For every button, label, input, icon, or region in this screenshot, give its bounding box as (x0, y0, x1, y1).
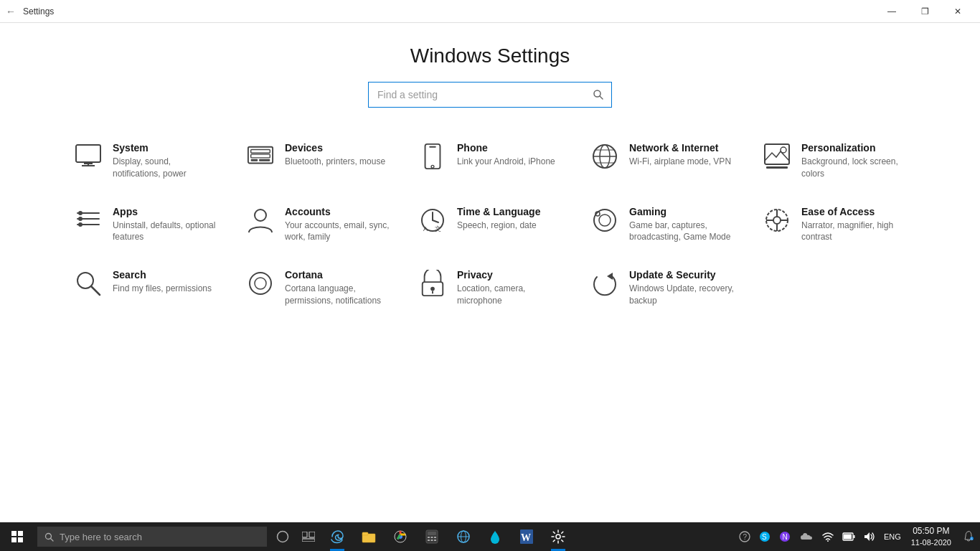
svg-rect-10 (259, 159, 270, 161)
svg-point-34 (594, 209, 616, 231)
setting-name-devices: Devices (285, 142, 385, 154)
svg-point-57 (278, 532, 288, 542)
setting-item-privacy[interactable]: Privacy Location, camera, microphone (404, 256, 576, 320)
svg-rect-68 (431, 537, 433, 538)
svg-rect-60 (302, 539, 315, 542)
setting-icon-time: A 文 (418, 206, 447, 235)
setting-item-accounts[interactable]: Accounts Your accounts, email, sync, wor… (232, 193, 404, 257)
svg-rect-71 (431, 540, 433, 541)
svg-text:A: A (423, 225, 428, 232)
taskbar-clock[interactable]: 05:50 PM 11-08-2020 (905, 526, 957, 547)
notification-button[interactable]: 6 (957, 522, 980, 551)
close-button[interactable]: ✕ (941, 0, 974, 23)
taskbar-search[interactable]: Type here to search (37, 527, 267, 547)
setting-icon-ease (763, 206, 791, 235)
setting-item-gaming[interactable]: Gaming Game bar, captures, broadcasting,… (576, 193, 748, 257)
taskbar-app-browser2[interactable] (448, 522, 479, 551)
maximize-button[interactable]: ❐ (908, 0, 941, 23)
cortana-setting-icon (248, 270, 273, 296)
setting-desc-personalization: Background, lock screen, colors (801, 156, 906, 180)
svg-text:S: S (762, 533, 767, 541)
keyboard-icon (247, 143, 274, 169)
svg-point-85 (827, 540, 829, 542)
svg-text:6: 6 (971, 537, 973, 541)
cortana-button[interactable] (270, 522, 296, 551)
taskbar: Type here to search (0, 522, 980, 551)
search-input[interactable] (369, 89, 585, 100)
taskbar-app-explorer[interactable] (353, 522, 385, 551)
setting-item-update[interactable]: Update & Security Windows Update, recove… (576, 256, 748, 320)
taskbar-app-edge[interactable] (321, 522, 353, 551)
setting-item-system[interactable]: System Display, sound, notifications, po… (60, 129, 232, 193)
svg-rect-51 (11, 531, 17, 536)
taskbar-language[interactable]: ENG (880, 522, 905, 551)
setting-desc-search: Find my files, permissions (113, 283, 212, 295)
setting-text-devices: Devices Bluetooth, printers, mouse (285, 142, 385, 168)
edge-icon (330, 529, 344, 544)
globe-icon (591, 143, 618, 170)
svg-line-31 (433, 220, 438, 222)
setting-item-search[interactable]: Search Find my files, permissions (60, 256, 232, 320)
taskbar-volume-button[interactable] (859, 522, 880, 551)
svg-rect-8 (251, 154, 270, 158)
taskbar-wifi-button[interactable] (818, 522, 838, 551)
setting-icon-gaming (590, 206, 619, 235)
setting-item-time[interactable]: A 文 Time & Language Speech, region, date (404, 193, 576, 257)
taskbar-app-word[interactable]: W (511, 522, 542, 551)
setting-item-cortana[interactable]: Cortana Cortana language, permissions, n… (232, 256, 404, 320)
setting-desc-update: Windows Update, recovery, backup (629, 283, 734, 307)
svg-rect-9 (251, 159, 258, 161)
svg-line-56 (51, 538, 54, 541)
taskbar-app3[interactable]: N (775, 522, 795, 551)
setting-desc-apps: Uninstall, defaults, optional features (113, 220, 217, 244)
search-icon-button[interactable] (585, 82, 611, 108)
setting-item-devices[interactable]: Devices Bluetooth, printers, mouse (232, 129, 404, 193)
svg-rect-88 (853, 535, 854, 538)
svg-rect-72 (434, 540, 436, 541)
setting-item-ease[interactable]: Ease of Access Narrator, magnifier, high… (748, 193, 920, 257)
svg-rect-70 (428, 540, 430, 541)
taskbar-app-settings[interactable] (542, 522, 574, 551)
titlebar-left: ← Settings (6, 6, 54, 17)
svg-point-35 (599, 215, 611, 226)
taskbar-app-calculator[interactable] (416, 522, 448, 551)
task-view-icon (302, 532, 315, 542)
taskbar-app-chrome[interactable] (385, 522, 416, 551)
setting-item-personalization[interactable]: Personalization Background, lock screen,… (748, 129, 920, 193)
settings-grid: System Display, sound, notifications, po… (60, 129, 920, 320)
taskbar-help-button[interactable]: ? (735, 522, 755, 551)
setting-desc-system: Display, sound, notifications, power (113, 156, 217, 180)
svg-rect-21 (766, 166, 788, 169)
minimize-button[interactable]: — (875, 0, 908, 23)
setting-desc-accounts: Your accounts, email, sync, work, family (285, 220, 390, 244)
start-button[interactable] (0, 522, 34, 551)
setting-item-apps[interactable]: Apps Uninstall, defaults, optional featu… (60, 193, 232, 257)
setting-desc-ease: Narrator, magnifier, high contrast (801, 220, 906, 244)
setting-text-search: Search Find my files, permissions (113, 269, 212, 295)
setting-desc-time: Speech, region, date (457, 220, 540, 232)
setting-icon-search (74, 269, 103, 298)
clock-date: 11-08-2020 (911, 537, 951, 547)
cortana-icon (276, 530, 289, 543)
setting-text-network: Network & Internet Wi-Fi, airplane mode,… (629, 142, 731, 168)
setting-desc-devices: Bluetooth, printers, mouse (285, 156, 385, 168)
task-view-button[interactable] (296, 522, 321, 551)
accounts-icon (248, 207, 273, 234)
taskbar-app-drop[interactable] (479, 522, 511, 551)
setting-icon-phone (418, 142, 447, 171)
setting-item-network[interactable]: Network & Internet Wi-Fi, airplane mode,… (576, 129, 748, 193)
back-button[interactable]: ← (6, 6, 16, 17)
setting-name-accounts: Accounts (285, 206, 390, 217)
ease-icon (763, 207, 791, 234)
taskbar-battery-button[interactable] (838, 522, 859, 551)
titlebar-controls: — ❐ ✕ (875, 0, 974, 23)
svg-rect-53 (11, 537, 17, 542)
browser2-icon (456, 529, 471, 544)
svg-rect-54 (18, 537, 23, 542)
personalization-icon (763, 143, 791, 170)
setting-item-phone[interactable]: Phone Link your Android, iPhone (404, 129, 576, 193)
taskbar-skype-button[interactable]: S (755, 522, 775, 551)
drop-icon (489, 529, 501, 544)
taskbar-onedrive-button[interactable] (795, 522, 818, 551)
setting-icon-personalization (763, 142, 791, 171)
